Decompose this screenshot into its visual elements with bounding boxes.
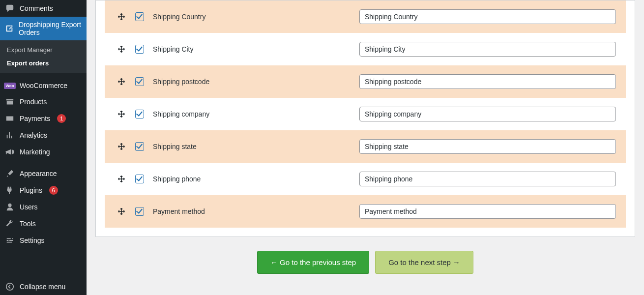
drag-handle-icon[interactable] [115, 175, 128, 183]
wrench-icon [5, 219, 15, 228]
field-enable-checkbox[interactable] [135, 77, 144, 86]
field-row: Shipping company [105, 98, 626, 130]
sidebar-label: Dropshipping Export Orders [19, 21, 82, 36]
sliders-icon [5, 236, 15, 245]
collapse-menu-button[interactable]: Collapse menu [0, 278, 87, 295]
export-fields-panel: Shipping CountryShipping CityShipping po… [95, 0, 635, 237]
field-label: Shipping company [153, 110, 359, 118]
sidebar-item-plugins[interactable]: Plugins 6 [0, 182, 87, 199]
sidebar-item-users[interactable]: Users [0, 199, 87, 215]
field-enable-checkbox[interactable] [135, 142, 144, 151]
svg-point-0 [6, 283, 13, 290]
sidebar-item-products[interactable]: Products [0, 93, 87, 110]
sidebar-item-woocommerce[interactable]: Woo WooCommerce [0, 78, 87, 93]
sidebar-label: Collapse menu [20, 283, 65, 291]
field-label: Shipping phone [153, 175, 359, 183]
field-name-input[interactable] [359, 204, 616, 219]
chart-icon [5, 131, 15, 140]
sidebar-submenu: Export Manager Export orders [0, 40, 87, 73]
drag-handle-icon[interactable] [115, 45, 128, 53]
field-name-input[interactable] [359, 9, 616, 24]
comments-icon [5, 4, 15, 13]
drag-handle-icon[interactable] [115, 143, 128, 150]
field-label: Shipping City [153, 45, 359, 53]
submenu-export-manager[interactable]: Export Manager [0, 43, 87, 57]
sidebar-item-settings[interactable]: Settings [0, 232, 87, 249]
field-label: Payment method [153, 207, 359, 215]
sidebar-label: Appearance [20, 170, 57, 177]
sidebar-label: Plugins [20, 186, 42, 194]
sidebar-label: Tools [20, 220, 36, 228]
next-step-button[interactable]: Go to the next step → [375, 251, 473, 274]
previous-step-button[interactable]: ← Go to the previous step [257, 251, 369, 274]
sidebar-label: Payments [20, 115, 50, 122]
sidebar-label: Comments [20, 4, 53, 12]
woocommerce-icon: Woo [5, 83, 15, 89]
field-row: Shipping state [105, 130, 626, 163]
step-navigation: ← Go to the previous step Go to the next… [95, 237, 635, 279]
sidebar-item-marketing[interactable]: Marketing [0, 144, 87, 160]
sidebar-label: Marketing [20, 148, 50, 156]
card-icon [5, 114, 15, 123]
drag-handle-icon[interactable] [115, 78, 128, 86]
user-icon [5, 203, 15, 211]
field-name-input[interactable] [359, 172, 616, 186]
field-label: Shipping Country [153, 13, 359, 21]
field-row: Payment method [105, 195, 626, 228]
field-row: Shipping Country [105, 0, 626, 33]
brush-icon [5, 169, 15, 178]
collapse-icon [5, 282, 15, 291]
submenu-export-orders[interactable]: Export orders [0, 57, 87, 70]
megaphone-icon [5, 148, 15, 156]
sidebar-label: WooCommerce [20, 82, 67, 89]
field-name-input[interactable] [359, 74, 616, 89]
plugins-badge: 6 [49, 186, 58, 195]
main-content: Shipping CountryShipping CityShipping po… [87, 0, 644, 295]
sidebar-item-payments[interactable]: Payments 1 [0, 110, 87, 127]
payments-badge: 1 [57, 114, 66, 123]
sidebar-label: Analytics [20, 131, 47, 139]
sidebar-item-tools[interactable]: Tools [0, 215, 87, 232]
field-enable-checkbox[interactable] [135, 207, 144, 216]
drag-handle-icon[interactable] [115, 110, 128, 118]
plug-icon [5, 186, 15, 195]
field-name-input[interactable] [359, 42, 616, 57]
sidebar-label: Settings [20, 236, 45, 244]
field-row: Shipping City [105, 33, 626, 65]
field-enable-checkbox[interactable] [135, 45, 144, 54]
export-icon [5, 24, 14, 33]
sidebar-item-analytics[interactable]: Analytics [0, 127, 87, 144]
field-name-input[interactable] [359, 107, 616, 121]
field-enable-checkbox[interactable] [135, 175, 144, 183]
field-label: Shipping state [153, 143, 359, 150]
field-enable-checkbox[interactable] [135, 110, 144, 118]
field-row: Shipping postcode [105, 65, 626, 98]
drag-handle-icon[interactable] [115, 207, 128, 215]
field-label: Shipping postcode [153, 78, 359, 86]
archive-icon [5, 97, 15, 106]
field-enable-checkbox[interactable] [135, 12, 144, 21]
drag-handle-icon[interactable] [115, 13, 128, 21]
sidebar-item-appearance[interactable]: Appearance [0, 165, 87, 182]
field-name-input[interactable] [359, 139, 616, 154]
field-row: Shipping phone [105, 163, 626, 195]
sidebar-label: Products [20, 98, 47, 106]
sidebar-item-dropshipping-export-orders[interactable]: Dropshipping Export Orders [0, 17, 87, 40]
sidebar-item-comments[interactable]: Comments [0, 0, 87, 17]
sidebar-label: Users [20, 203, 38, 211]
admin-sidebar: Comments Dropshipping Export Orders Expo… [0, 0, 87, 295]
